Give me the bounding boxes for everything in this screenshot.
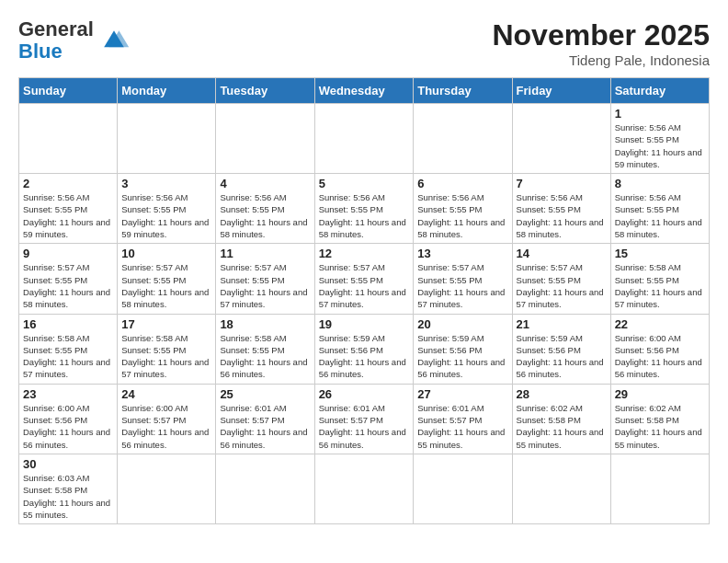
calendar-cell: 4Sunrise: 5:56 AM Sunset: 5:55 PM Daylig… [216, 174, 314, 244]
day-number: 20 [417, 317, 507, 331]
day-header-tuesday: Tuesday [216, 78, 314, 104]
cell-content: Sunrise: 5:59 AM Sunset: 5:56 PM Dayligh… [319, 332, 410, 381]
calendar-cell: 28Sunrise: 6:02 AM Sunset: 5:58 PM Dayli… [512, 384, 610, 454]
day-number: 4 [220, 177, 310, 190]
cell-content: Sunrise: 5:57 AM Sunset: 5:55 PM Dayligh… [517, 261, 607, 310]
cell-content: Sunrise: 5:56 AM Sunset: 5:55 PM Dayligh… [220, 191, 310, 240]
cell-content: Sunrise: 6:00 AM Sunset: 5:57 PM Dayligh… [121, 402, 211, 451]
logo: General Blue [18, 18, 131, 63]
day-header-monday: Monday [118, 78, 216, 104]
cell-content: Sunrise: 5:56 AM Sunset: 5:55 PM Dayligh… [517, 191, 607, 240]
day-number: 17 [121, 317, 211, 331]
day-number: 28 [517, 387, 607, 401]
cell-content: Sunrise: 6:00 AM Sunset: 5:56 PM Dayligh… [615, 332, 705, 381]
calendar-cell [216, 104, 314, 174]
day-header-friday: Friday [512, 78, 610, 104]
day-number: 12 [319, 247, 410, 260]
day-header-thursday: Thursday [414, 78, 512, 104]
calendar-cell [512, 104, 610, 174]
calendar-cell: 22Sunrise: 6:00 AM Sunset: 5:56 PM Dayli… [610, 314, 709, 384]
calendar-cell: 16Sunrise: 5:58 AM Sunset: 5:55 PM Dayli… [19, 314, 118, 384]
day-number: 25 [220, 387, 310, 401]
day-number: 21 [517, 317, 607, 331]
week-row-4: 16Sunrise: 5:58 AM Sunset: 5:55 PM Dayli… [19, 314, 710, 384]
day-number: 14 [517, 247, 607, 260]
calendar-cell [414, 454, 512, 523]
day-number: 1 [615, 107, 705, 121]
cell-content: Sunrise: 5:57 AM Sunset: 5:55 PM Dayligh… [417, 261, 507, 310]
week-row-3: 9Sunrise: 5:57 AM Sunset: 5:55 PM Daylig… [19, 244, 710, 314]
calendar-cell: 23Sunrise: 6:00 AM Sunset: 5:56 PM Dayli… [19, 384, 118, 454]
day-number: 13 [417, 247, 507, 260]
day-number: 7 [517, 177, 607, 190]
calendar-cell [512, 454, 610, 523]
calendar-cell: 17Sunrise: 5:58 AM Sunset: 5:55 PM Dayli… [118, 314, 216, 384]
cell-content: Sunrise: 6:02 AM Sunset: 5:58 PM Dayligh… [517, 402, 607, 451]
calendar-cell: 6Sunrise: 5:56 AM Sunset: 5:55 PM Daylig… [414, 174, 512, 244]
month-title: November 2025 [492, 18, 710, 52]
day-number: 5 [319, 177, 410, 190]
calendar-cell: 14Sunrise: 5:57 AM Sunset: 5:55 PM Dayli… [512, 244, 610, 314]
calendar-header-row: SundayMondayTuesdayWednesdayThursdayFrid… [19, 78, 710, 104]
calendar-cell [314, 104, 414, 174]
cell-content: Sunrise: 5:57 AM Sunset: 5:55 PM Dayligh… [220, 261, 310, 310]
calendar-cell: 2Sunrise: 5:56 AM Sunset: 5:55 PM Daylig… [19, 174, 118, 244]
cell-content: Sunrise: 6:00 AM Sunset: 5:56 PM Dayligh… [23, 402, 113, 451]
day-number: 6 [417, 177, 507, 190]
day-number: 23 [23, 387, 113, 401]
day-number: 8 [615, 177, 705, 190]
calendar-cell: 30Sunrise: 6:03 AM Sunset: 5:58 PM Dayli… [19, 454, 118, 523]
calendar-cell: 5Sunrise: 5:56 AM Sunset: 5:55 PM Daylig… [314, 174, 414, 244]
calendar-cell [314, 454, 414, 523]
cell-content: Sunrise: 5:58 AM Sunset: 5:55 PM Dayligh… [121, 332, 211, 381]
cell-content: Sunrise: 5:59 AM Sunset: 5:56 PM Dayligh… [517, 332, 607, 381]
day-number: 11 [220, 247, 310, 260]
cell-content: Sunrise: 5:57 AM Sunset: 5:55 PM Dayligh… [319, 261, 410, 310]
calendar-table: SundayMondayTuesdayWednesdayThursdayFrid… [18, 77, 710, 524]
cell-content: Sunrise: 5:58 AM Sunset: 5:55 PM Dayligh… [220, 332, 310, 381]
day-number: 27 [417, 387, 507, 401]
day-number: 3 [121, 177, 211, 190]
week-row-2: 2Sunrise: 5:56 AM Sunset: 5:55 PM Daylig… [19, 174, 710, 244]
calendar-cell: 21Sunrise: 5:59 AM Sunset: 5:56 PM Dayli… [512, 314, 610, 384]
calendar-cell [216, 454, 314, 523]
cell-content: Sunrise: 5:58 AM Sunset: 5:55 PM Dayligh… [615, 261, 705, 310]
calendar-cell: 10Sunrise: 5:57 AM Sunset: 5:55 PM Dayli… [118, 244, 216, 314]
day-number: 24 [121, 387, 211, 401]
logo-icon [97, 24, 131, 57]
calendar-cell [118, 454, 216, 523]
calendar-cell: 13Sunrise: 5:57 AM Sunset: 5:55 PM Dayli… [414, 244, 512, 314]
day-number: 16 [23, 317, 113, 331]
calendar-cell: 3Sunrise: 5:56 AM Sunset: 5:55 PM Daylig… [118, 174, 216, 244]
calendar-cell: 8Sunrise: 5:56 AM Sunset: 5:55 PM Daylig… [610, 174, 709, 244]
day-number: 15 [615, 247, 705, 260]
week-row-6: 30Sunrise: 6:03 AM Sunset: 5:58 PM Dayli… [19, 454, 710, 523]
calendar-cell: 18Sunrise: 5:58 AM Sunset: 5:55 PM Dayli… [216, 314, 314, 384]
calendar-cell: 11Sunrise: 5:57 AM Sunset: 5:55 PM Dayli… [216, 244, 314, 314]
calendar-cell [414, 104, 512, 174]
calendar-cell [610, 454, 709, 523]
day-number: 2 [23, 177, 113, 190]
cell-content: Sunrise: 6:01 AM Sunset: 5:57 PM Dayligh… [319, 402, 410, 451]
cell-content: Sunrise: 5:57 AM Sunset: 5:55 PM Dayligh… [23, 261, 113, 310]
calendar-cell: 7Sunrise: 5:56 AM Sunset: 5:55 PM Daylig… [512, 174, 610, 244]
day-number: 9 [23, 247, 113, 260]
calendar-cell: 15Sunrise: 5:58 AM Sunset: 5:55 PM Dayli… [610, 244, 709, 314]
calendar-cell [19, 104, 118, 174]
title-block: November 2025 Tideng Pale, Indonesia [492, 18, 710, 68]
cell-content: Sunrise: 5:56 AM Sunset: 5:55 PM Dayligh… [319, 191, 410, 240]
page-header: General Blue November 2025 Tideng Pale, … [18, 18, 710, 68]
cell-content: Sunrise: 5:56 AM Sunset: 5:55 PM Dayligh… [615, 121, 705, 170]
day-number: 26 [319, 387, 410, 401]
calendar-cell: 9Sunrise: 5:57 AM Sunset: 5:55 PM Daylig… [19, 244, 118, 314]
cell-content: Sunrise: 5:56 AM Sunset: 5:55 PM Dayligh… [23, 191, 113, 240]
day-header-sunday: Sunday [19, 78, 118, 104]
calendar-cell [118, 104, 216, 174]
day-header-saturday: Saturday [610, 78, 709, 104]
calendar-cell: 20Sunrise: 5:59 AM Sunset: 5:56 PM Dayli… [414, 314, 512, 384]
cell-content: Sunrise: 5:58 AM Sunset: 5:55 PM Dayligh… [23, 332, 113, 381]
day-number: 30 [23, 457, 113, 471]
day-header-wednesday: Wednesday [314, 78, 414, 104]
calendar-cell: 27Sunrise: 6:01 AM Sunset: 5:57 PM Dayli… [414, 384, 512, 454]
cell-content: Sunrise: 5:57 AM Sunset: 5:55 PM Dayligh… [121, 261, 211, 310]
